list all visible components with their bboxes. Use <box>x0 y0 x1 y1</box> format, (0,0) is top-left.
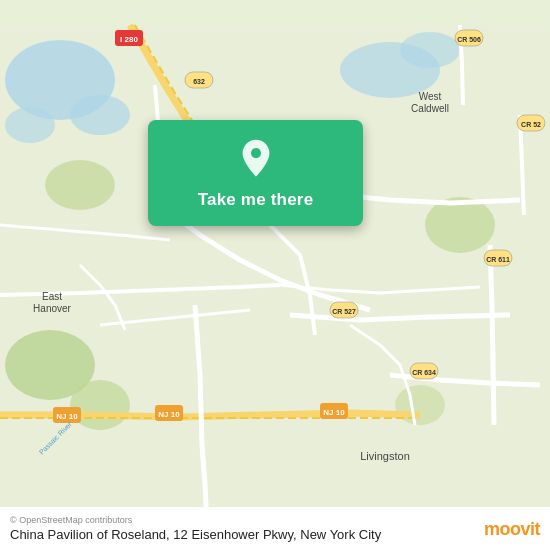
take-me-there-card[interactable]: Take me there <box>148 120 363 226</box>
svg-text:CR 52: CR 52 <box>521 121 541 128</box>
take-me-there-label: Take me there <box>198 190 314 210</box>
location-name: China Pavilion of Roseland, 12 Eisenhowe… <box>10 527 474 544</box>
svg-text:NJ 10: NJ 10 <box>56 412 78 421</box>
svg-text:Caldwell: Caldwell <box>411 103 449 114</box>
map-container: I 280 NJ 10 NJ 10 632 CR 613 CR 527 CR 6… <box>0 0 550 550</box>
svg-text:CR 611: CR 611 <box>486 256 510 263</box>
svg-point-2 <box>70 95 130 135</box>
svg-text:NJ 10: NJ 10 <box>158 410 180 419</box>
svg-text:CR 506: CR 506 <box>457 36 481 43</box>
svg-point-40 <box>250 148 260 158</box>
svg-text:I 280: I 280 <box>120 35 138 44</box>
location-info: © OpenStreetMap contributors China Pavil… <box>10 515 474 544</box>
svg-text:West: West <box>419 91 442 102</box>
moovit-logo: moovit <box>484 519 540 540</box>
map-attribution: © OpenStreetMap contributors <box>10 515 474 525</box>
map-background: I 280 NJ 10 NJ 10 632 CR 613 CR 527 CR 6… <box>0 0 550 550</box>
svg-text:Livingston: Livingston <box>360 450 410 462</box>
location-pin-icon <box>235 138 277 180</box>
svg-text:CR 634: CR 634 <box>412 369 436 376</box>
svg-text:East: East <box>42 291 62 302</box>
svg-text:Hanover: Hanover <box>33 303 71 314</box>
svg-point-10 <box>425 197 495 253</box>
svg-point-5 <box>400 32 460 68</box>
moovit-logo-text: moovit <box>484 519 540 540</box>
svg-text:NJ 10: NJ 10 <box>323 408 345 417</box>
svg-text:632: 632 <box>193 78 205 85</box>
svg-point-6 <box>45 160 115 210</box>
svg-point-3 <box>5 107 55 143</box>
bottom-info-bar: © OpenStreetMap contributors China Pavil… <box>0 507 550 550</box>
svg-text:CR 527: CR 527 <box>332 308 356 315</box>
